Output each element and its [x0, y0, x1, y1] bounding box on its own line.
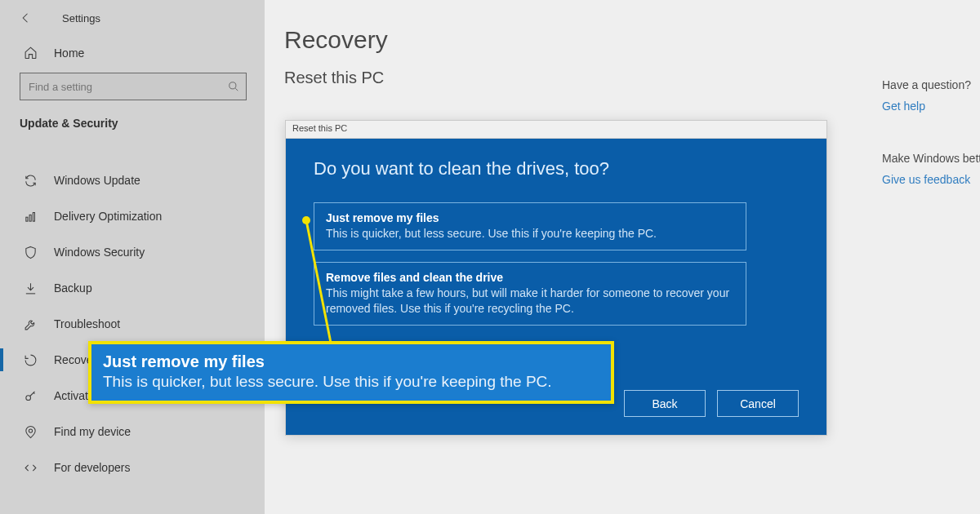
- option-remove-and-clean[interactable]: Remove files and clean the drive This mi…: [314, 262, 746, 326]
- option-just-remove-files[interactable]: Just remove my files This is quicker, bu…: [314, 202, 746, 250]
- feedback-heading: Make Windows better: [882, 152, 980, 165]
- sidebar-home-label: Home: [54, 47, 84, 60]
- callout-pointer-dot: [302, 216, 310, 224]
- sidebar-item-label: Troubleshoot: [54, 317, 120, 330]
- sidebar-item-label: Find my device: [54, 425, 131, 438]
- svg-rect-2: [29, 215, 31, 221]
- cancel-button[interactable]: Cancel: [717, 390, 799, 417]
- svg-rect-1: [25, 217, 27, 221]
- callout-zoom: Just remove my files This is quicker, bu…: [88, 341, 614, 404]
- get-help-link[interactable]: Get help: [882, 100, 980, 113]
- svg-point-0: [229, 82, 236, 89]
- page-title: Recovery: [284, 26, 960, 54]
- svg-rect-3: [33, 212, 34, 221]
- sidebar-item-label: Backup: [54, 281, 92, 295]
- sidebar: Settings Home Update & Security Windows …: [0, 0, 265, 514]
- arrow-left-icon: [19, 11, 33, 25]
- right-panel: Have a question? Get help Make Windows b…: [882, 78, 980, 225]
- callout-title: Just remove my files: [103, 352, 599, 371]
- sidebar-section-header: Update & Security: [0, 112, 265, 141]
- sidebar-item-home[interactable]: Home: [0, 33, 265, 71]
- sidebar-item-backup[interactable]: Backup: [0, 270, 265, 306]
- search-input[interactable]: [20, 73, 247, 100]
- back-button[interactable]: [13, 5, 39, 31]
- sidebar-item-find-my-device[interactable]: Find my device: [0, 414, 265, 450]
- key-icon: [21, 389, 39, 403]
- optimization-icon: [21, 210, 39, 224]
- sidebar-item-label: Windows Security: [54, 246, 145, 259]
- sidebar-item-label: Windows Update: [54, 174, 140, 187]
- developers-icon: [21, 461, 39, 475]
- sidebar-item-for-developers[interactable]: For developers: [0, 450, 265, 485]
- sidebar-item-delivery-optimization[interactable]: Delivery Optimization: [0, 198, 265, 234]
- give-feedback-link[interactable]: Give us feedback: [882, 173, 980, 186]
- page-subtitle: Reset this PC: [284, 69, 960, 87]
- recovery-icon: [21, 353, 39, 367]
- dialog-titlebar: Reset this PC: [286, 121, 826, 139]
- svg-point-4: [25, 395, 30, 400]
- sidebar-item-windows-security[interactable]: Windows Security: [0, 234, 265, 270]
- callout-desc: This is quicker, but less secure. Use th…: [103, 373, 599, 391]
- shield-icon: [21, 246, 39, 259]
- dialog-question: Do you want to clean the drives, too?: [314, 158, 799, 179]
- option-desc: This is quicker, but less secure. Use th…: [326, 226, 734, 241]
- sidebar-item-troubleshoot[interactable]: Troubleshoot: [0, 306, 265, 342]
- sidebar-item-label: Delivery Optimization: [54, 210, 162, 223]
- sidebar-item-label: For developers: [54, 461, 130, 474]
- option-title: Remove files and clean the drive: [326, 271, 734, 284]
- refresh-icon: [21, 174, 39, 188]
- home-icon: [21, 46, 39, 60]
- wrench-icon: [21, 317, 39, 331]
- app-title: Settings: [62, 12, 100, 24]
- backup-icon: [21, 281, 39, 295]
- help-heading: Have a question?: [882, 78, 980, 91]
- option-title: Just remove my files: [326, 211, 734, 224]
- location-icon: [21, 425, 39, 439]
- svg-point-5: [29, 428, 32, 432]
- back-button[interactable]: Back: [624, 390, 706, 417]
- search-icon: [228, 81, 239, 92]
- sidebar-item-windows-update[interactable]: Windows Update: [0, 162, 265, 198]
- search-field[interactable]: [20, 73, 246, 100]
- option-desc: This might take a few hours, but will ma…: [326, 286, 734, 317]
